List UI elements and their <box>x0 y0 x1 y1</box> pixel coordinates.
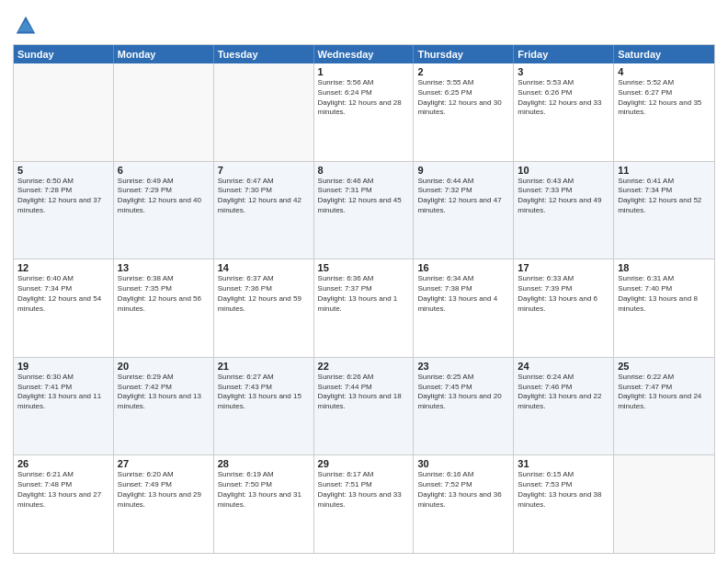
day-number: 29 <box>318 458 410 469</box>
weekday-header: Friday <box>514 45 614 63</box>
day-number: 21 <box>218 361 310 372</box>
cell-info: Sunrise: 6:38 AM Sunset: 7:35 PM Dayligh… <box>118 274 210 314</box>
calendar-cell: 17Sunrise: 6:33 AM Sunset: 7:39 PM Dayli… <box>514 259 614 357</box>
day-number: 16 <box>417 262 509 273</box>
cell-info: Sunrise: 6:50 AM Sunset: 7:28 PM Dayligh… <box>17 177 109 216</box>
calendar-cell: 26Sunrise: 6:21 AM Sunset: 7:48 PM Dayli… <box>14 455 114 553</box>
calendar-cell <box>214 63 314 161</box>
calendar-cell: 14Sunrise: 6:37 AM Sunset: 7:36 PM Dayli… <box>214 259 314 357</box>
cell-info: Sunrise: 5:55 AM Sunset: 6:25 PM Dayligh… <box>417 78 509 118</box>
calendar: SundayMondayTuesdayWednesdayThursdayFrid… <box>13 44 715 554</box>
day-number: 18 <box>618 262 711 273</box>
weekday-header: Thursday <box>414 45 514 63</box>
cell-info: Sunrise: 5:53 AM Sunset: 6:26 PM Dayligh… <box>518 78 609 118</box>
calendar-cell: 9Sunrise: 6:44 AM Sunset: 7:32 PM Daylig… <box>414 162 514 259</box>
weekday-header: Tuesday <box>214 45 314 63</box>
day-number: 5 <box>17 165 109 176</box>
calendar-cell: 10Sunrise: 6:43 AM Sunset: 7:33 PM Dayli… <box>514 162 614 259</box>
day-number: 1 <box>318 66 410 77</box>
calendar-cell: 31Sunrise: 6:15 AM Sunset: 7:53 PM Dayli… <box>514 455 614 553</box>
day-number: 6 <box>118 165 210 176</box>
calendar-cell: 28Sunrise: 6:19 AM Sunset: 7:50 PM Dayli… <box>214 455 314 553</box>
cell-info: Sunrise: 6:20 AM Sunset: 7:49 PM Dayligh… <box>118 470 210 510</box>
calendar-row: 12Sunrise: 6:40 AM Sunset: 7:34 PM Dayli… <box>14 259 714 357</box>
calendar-cell: 19Sunrise: 6:30 AM Sunset: 7:41 PM Dayli… <box>14 358 114 455</box>
cell-info: Sunrise: 6:46 AM Sunset: 7:31 PM Dayligh… <box>318 177 410 216</box>
calendar-cell: 4Sunrise: 5:52 AM Sunset: 6:27 PM Daylig… <box>614 63 714 161</box>
header <box>13 9 715 39</box>
day-number: 9 <box>417 165 509 176</box>
calendar-cell: 25Sunrise: 6:22 AM Sunset: 7:47 PM Dayli… <box>614 358 714 455</box>
day-number: 23 <box>417 361 509 372</box>
weekday-header: Monday <box>114 45 214 63</box>
cell-info: Sunrise: 6:41 AM Sunset: 7:34 PM Dayligh… <box>618 177 711 216</box>
cell-info: Sunrise: 6:34 AM Sunset: 7:38 PM Dayligh… <box>417 274 509 314</box>
calendar-cell: 7Sunrise: 6:47 AM Sunset: 7:30 PM Daylig… <box>214 162 314 259</box>
calendar-cell: 29Sunrise: 6:17 AM Sunset: 7:51 PM Dayli… <box>314 455 415 553</box>
day-number: 2 <box>417 66 509 77</box>
cell-info: Sunrise: 6:22 AM Sunset: 7:47 PM Dayligh… <box>618 373 711 412</box>
calendar-row: 19Sunrise: 6:30 AM Sunset: 7:41 PM Dayli… <box>14 357 714 455</box>
cell-info: Sunrise: 6:26 AM Sunset: 7:44 PM Dayligh… <box>318 373 410 412</box>
calendar-cell <box>614 455 714 553</box>
calendar-cell <box>114 63 214 161</box>
day-number: 22 <box>318 361 410 372</box>
calendar-cell: 24Sunrise: 6:24 AM Sunset: 7:46 PM Dayli… <box>514 358 614 455</box>
cell-info: Sunrise: 6:33 AM Sunset: 7:39 PM Dayligh… <box>518 274 609 314</box>
calendar-row: 5Sunrise: 6:50 AM Sunset: 7:28 PM Daylig… <box>14 161 714 259</box>
day-number: 26 <box>17 458 109 469</box>
weekday-header: Sunday <box>14 45 114 63</box>
calendar-cell: 30Sunrise: 6:16 AM Sunset: 7:52 PM Dayli… <box>414 455 514 553</box>
calendar-cell: 12Sunrise: 6:40 AM Sunset: 7:34 PM Dayli… <box>14 259 114 357</box>
cell-info: Sunrise: 5:56 AM Sunset: 6:24 PM Dayligh… <box>318 78 410 118</box>
day-number: 30 <box>417 458 509 469</box>
cell-info: Sunrise: 6:21 AM Sunset: 7:48 PM Dayligh… <box>17 470 109 510</box>
day-number: 31 <box>518 458 609 469</box>
cell-info: Sunrise: 6:44 AM Sunset: 7:32 PM Dayligh… <box>417 177 509 216</box>
day-number: 8 <box>318 165 410 176</box>
day-number: 7 <box>218 165 310 176</box>
calendar-row: 1Sunrise: 5:56 AM Sunset: 6:24 PM Daylig… <box>14 63 714 161</box>
svg-marker-1 <box>18 19 34 31</box>
day-number: 15 <box>318 262 410 273</box>
day-number: 24 <box>518 361 609 372</box>
cell-info: Sunrise: 6:17 AM Sunset: 7:51 PM Dayligh… <box>318 470 410 510</box>
cell-info: Sunrise: 6:36 AM Sunset: 7:37 PM Dayligh… <box>318 274 410 314</box>
cell-info: Sunrise: 6:49 AM Sunset: 7:29 PM Dayligh… <box>118 177 210 216</box>
calendar-header: SundayMondayTuesdayWednesdayThursdayFrid… <box>14 45 714 63</box>
day-number: 11 <box>618 165 711 176</box>
cell-info: Sunrise: 6:25 AM Sunset: 7:45 PM Dayligh… <box>417 373 509 412</box>
day-number: 28 <box>218 458 310 469</box>
calendar-cell <box>14 63 114 161</box>
day-number: 20 <box>118 361 210 372</box>
logo <box>13 13 42 39</box>
cell-info: Sunrise: 6:19 AM Sunset: 7:50 PM Dayligh… <box>218 470 310 510</box>
calendar-cell: 18Sunrise: 6:31 AM Sunset: 7:40 PM Dayli… <box>614 259 714 357</box>
cell-info: Sunrise: 6:43 AM Sunset: 7:33 PM Dayligh… <box>518 177 609 216</box>
calendar-cell: 23Sunrise: 6:25 AM Sunset: 7:45 PM Dayli… <box>414 358 514 455</box>
day-number: 19 <box>17 361 109 372</box>
calendar-cell: 5Sunrise: 6:50 AM Sunset: 7:28 PM Daylig… <box>14 162 114 259</box>
cell-info: Sunrise: 6:47 AM Sunset: 7:30 PM Dayligh… <box>218 177 310 216</box>
day-number: 12 <box>17 262 109 273</box>
day-number: 3 <box>518 66 609 77</box>
calendar-cell: 13Sunrise: 6:38 AM Sunset: 7:35 PM Dayli… <box>114 259 214 357</box>
cell-info: Sunrise: 6:37 AM Sunset: 7:36 PM Dayligh… <box>218 274 310 314</box>
calendar-cell: 22Sunrise: 6:26 AM Sunset: 7:44 PM Dayli… <box>314 358 415 455</box>
calendar-cell: 2Sunrise: 5:55 AM Sunset: 6:25 PM Daylig… <box>414 63 514 161</box>
calendar-cell: 21Sunrise: 6:27 AM Sunset: 7:43 PM Dayli… <box>214 358 314 455</box>
day-number: 10 <box>518 165 609 176</box>
calendar-cell: 11Sunrise: 6:41 AM Sunset: 7:34 PM Dayli… <box>614 162 714 259</box>
day-number: 4 <box>618 66 711 77</box>
cell-info: Sunrise: 6:31 AM Sunset: 7:40 PM Dayligh… <box>618 274 711 314</box>
cell-info: Sunrise: 6:15 AM Sunset: 7:53 PM Dayligh… <box>518 470 609 510</box>
day-number: 25 <box>618 361 711 372</box>
day-number: 17 <box>518 262 609 273</box>
calendar-cell: 8Sunrise: 6:46 AM Sunset: 7:31 PM Daylig… <box>314 162 415 259</box>
calendar-row: 26Sunrise: 6:21 AM Sunset: 7:48 PM Dayli… <box>14 454 714 553</box>
day-number: 27 <box>118 458 210 469</box>
cell-info: Sunrise: 6:16 AM Sunset: 7:52 PM Dayligh… <box>417 470 509 510</box>
day-number: 14 <box>218 262 310 273</box>
calendar-cell: 16Sunrise: 6:34 AM Sunset: 7:38 PM Dayli… <box>414 259 514 357</box>
calendar-cell: 3Sunrise: 5:53 AM Sunset: 6:26 PM Daylig… <box>514 63 614 161</box>
